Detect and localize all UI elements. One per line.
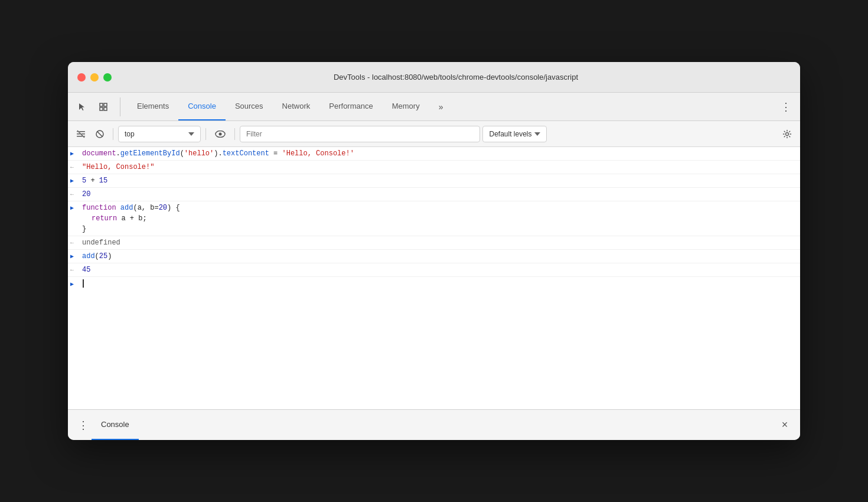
drawer-menu-button[interactable]: ⋮ [75, 417, 92, 433]
drawer-console-tab[interactable]: Console [92, 410, 139, 440]
svg-point-13 [786, 132, 789, 135]
console-expression: document.getElementById('hello').textCon… [82, 148, 795, 159]
console-line: ← "Hello, Console!" [68, 161, 800, 174]
block-button[interactable] [92, 126, 108, 142]
console-expression: function add(a, b=20) { return a + b; } [82, 203, 795, 234]
clear-console-button[interactable] [73, 126, 89, 142]
output-arrow: ← [70, 265, 82, 275]
console-line: ← 45 [68, 263, 800, 277]
title-bar: DevTools - localhost:8080/web/tools/chro… [68, 62, 800, 93]
svg-point-12 [219, 132, 222, 135]
tab-console[interactable]: Console [178, 93, 226, 120]
toolbar-divider [113, 128, 113, 140]
drawer-close-button[interactable]: × [776, 417, 793, 433]
filter-input[interactable] [240, 126, 480, 142]
console-input-line[interactable]: ▶ [68, 277, 800, 290]
svg-rect-2 [100, 107, 103, 110]
console-line: ← undefined [68, 236, 800, 250]
input-arrow: ▶ [70, 203, 82, 213]
eye-button[interactable] [211, 126, 230, 142]
svg-line-10 [97, 131, 103, 136]
cursor-icon[interactable] [73, 97, 92, 116]
input-arrow: ▶ [70, 148, 82, 158]
tab-sources[interactable]: Sources [226, 93, 273, 120]
tabs-bar: Elements Console Sources Network Perform… [68, 93, 800, 121]
minimize-button[interactable] [90, 73, 99, 82]
devtools-menu-button[interactable]: ⋮ [776, 97, 795, 116]
tab-icon-group [73, 97, 120, 116]
console-line: ▶ function add(a, b=20) { return a + b; … [68, 201, 800, 236]
console-expression: add(25) [82, 251, 795, 262]
toolbar-divider-3 [234, 128, 235, 140]
toolbar-divider-2 [205, 128, 206, 140]
console-result: undefined [82, 237, 795, 248]
input-arrow: ▶ [70, 175, 82, 185]
svg-rect-3 [104, 107, 107, 110]
tab-performance[interactable]: Performance [319, 93, 382, 120]
tabs-list: Elements Console Sources Network Perform… [128, 93, 448, 120]
settings-button[interactable] [779, 126, 795, 142]
tab-network[interactable]: Network [273, 93, 320, 120]
svg-rect-0 [100, 103, 103, 106]
console-output: ▶ document.getElementById('hello').textC… [68, 147, 800, 409]
output-arrow: ← [70, 189, 82, 199]
close-button[interactable] [77, 73, 86, 82]
input-arrow: ▶ [70, 251, 82, 261]
tab-elements[interactable]: Elements [128, 93, 178, 120]
traffic-lights [77, 73, 112, 82]
output-arrow: ← [70, 162, 82, 172]
console-line: ▶ 5 + 15 [68, 174, 800, 188]
output-arrow: ← [70, 237, 82, 247]
log-levels-button[interactable]: Default levels [482, 126, 546, 142]
svg-rect-1 [104, 103, 107, 106]
maximize-button[interactable] [103, 73, 112, 82]
console-line: ← 20 [68, 188, 800, 201]
console-toolbar: top Default levels [68, 121, 800, 147]
text-cursor [83, 279, 84, 288]
console-result: 45 [82, 265, 795, 275]
console-result: "Hello, Console!" [82, 162, 795, 172]
context-selector[interactable]: top [118, 126, 201, 142]
console-result: 20 [82, 189, 795, 200]
console-line: ▶ document.getElementById('hello').textC… [68, 147, 800, 161]
window-title: DevTools - localhost:8080/web/tools/chro… [121, 73, 791, 82]
inspect-icon[interactable] [94, 97, 113, 116]
input-prompt-arrow: ▶ [70, 279, 82, 289]
console-line: ▶ add(25) [68, 250, 800, 263]
console-expression: 5 + 15 [82, 175, 795, 186]
more-tabs-button[interactable]: » [434, 93, 448, 120]
bottom-drawer: ⋮ Console × [68, 409, 800, 440]
tab-memory[interactable]: Memory [383, 93, 429, 120]
